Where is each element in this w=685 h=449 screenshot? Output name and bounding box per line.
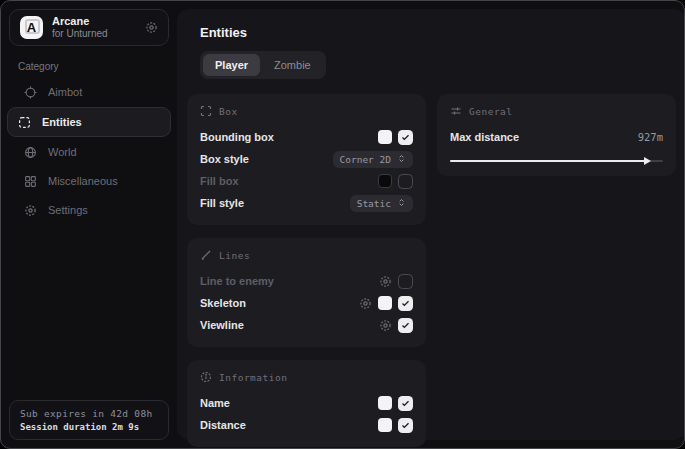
app-logo: A [20, 16, 43, 39]
app-subtitle: for Unturned [52, 28, 136, 40]
section-title: Box [219, 106, 238, 117]
checkbox-checked[interactable] [398, 418, 413, 433]
color-swatch[interactable] [378, 296, 392, 310]
slider-fill [450, 160, 647, 162]
sidebar-item-miscellaneous[interactable]: Miscellaneous [7, 167, 171, 195]
slider-thumb[interactable] [644, 157, 651, 165]
setting-label: Bounding box [200, 131, 274, 143]
checkbox-checked[interactable] [398, 396, 413, 411]
setting-label: Box style [200, 153, 249, 165]
checkbox-unchecked[interactable] [398, 174, 413, 189]
selected-option: Corner 2D [340, 154, 391, 165]
color-swatch[interactable] [378, 418, 392, 432]
section-title: Lines [219, 250, 250, 261]
crosshair-icon [24, 86, 38, 99]
sidebar: A Arcane for Unturned Category Aimbo [1, 1, 177, 448]
left-column: Box Bounding box Box style [187, 94, 426, 447]
setting-label: Fill style [200, 197, 244, 209]
setting-row-viewline: Viewline [200, 314, 413, 336]
checkbox-checked[interactable] [398, 318, 413, 333]
color-swatch[interactable] [378, 396, 392, 410]
setting-row-distance: Distance [200, 414, 413, 436]
right-column: General Max distance 927m [437, 94, 676, 447]
box-style-select[interactable]: Corner 2D [333, 151, 413, 168]
setting-label: Viewline [200, 319, 244, 331]
chevrons-up-down-icon [397, 154, 406, 165]
information-card: Information Name Distance [187, 360, 426, 447]
sub-expiry-text: Sub expires in 42d 08h [20, 408, 158, 419]
sidebar-item-aimbot[interactable]: Aimbot [7, 78, 171, 106]
info-icon [200, 371, 212, 383]
session-duration-text: Session duration 2m 9s [20, 422, 158, 432]
grid-icon [24, 175, 38, 188]
sidebar-item-label: Settings [48, 204, 88, 216]
gear-icon[interactable] [379, 275, 392, 288]
sidebar-item-label: World [48, 146, 77, 158]
lines-card: Lines Line to enemy Skeleton [187, 238, 426, 347]
tab-zombie[interactable]: Zombie [262, 54, 323, 76]
checkbox-checked[interactable] [398, 130, 413, 145]
box-select-icon [18, 116, 32, 129]
setting-label: Max distance [450, 131, 519, 143]
page-title: Entities [200, 25, 676, 40]
setting-row-skeleton: Skeleton [200, 292, 413, 314]
setting-label: Line to enemy [200, 275, 274, 287]
sidebar-nav: Aimbot Entities World [1, 78, 177, 225]
sidebar-item-label: Aimbot [48, 86, 82, 98]
sidebar-item-entities[interactable]: Entities [7, 107, 171, 137]
color-swatch[interactable] [378, 174, 392, 188]
gear-icon[interactable] [359, 297, 372, 310]
general-card: General Max distance 927m [437, 94, 676, 176]
setting-row-line-to-enemy: Line to enemy [200, 270, 413, 292]
slider-track[interactable] [450, 160, 663, 162]
selected-option: Static [357, 198, 391, 209]
pencil-line-icon [200, 249, 212, 261]
max-distance-value: 927m [638, 131, 663, 143]
setting-label: Fill box [200, 175, 239, 187]
gear-icon[interactable] [379, 319, 392, 332]
gear-icon [24, 204, 38, 217]
chevrons-up-down-icon [397, 198, 406, 209]
main-panel: Entities Player Zombie Box [177, 9, 685, 440]
setting-label: Name [200, 397, 230, 409]
subscription-info-card: Sub expires in 42d 08h Session duration … [9, 400, 169, 440]
scan-corners-icon [200, 105, 212, 117]
checkbox-checked[interactable] [398, 296, 413, 311]
sidebar-item-settings[interactable]: Settings [7, 196, 171, 224]
gear-icon[interactable] [145, 21, 158, 34]
fill-style-select[interactable]: Static [350, 195, 413, 212]
checkbox-unchecked[interactable] [398, 274, 413, 289]
brand-card: A Arcane for Unturned [9, 9, 169, 46]
sidebar-item-label: Miscellaneous [48, 175, 118, 187]
logo-letter: A [27, 20, 36, 35]
color-swatch[interactable] [378, 130, 392, 144]
arcane-window: A Arcane for Unturned Category Aimbo [0, 0, 685, 449]
sliders-icon [450, 105, 462, 117]
setting-label: Skeleton [200, 297, 246, 309]
setting-label: Distance [200, 419, 246, 431]
box-card: Box Bounding box Box style [187, 94, 426, 225]
setting-row-name: Name [200, 392, 413, 414]
setting-row-box-style: Box style Corner 2D [200, 148, 413, 170]
max-distance-slider[interactable] [450, 157, 663, 165]
setting-row-bounding-box: Bounding box [200, 126, 413, 148]
globe-icon [24, 146, 38, 159]
setting-row-max-distance: Max distance 927m [450, 126, 663, 148]
section-title: Information [219, 372, 287, 383]
setting-row-fill-style: Fill style Static [200, 192, 413, 214]
entity-tabs: Player Zombie [200, 51, 326, 79]
sidebar-item-label: Entities [42, 116, 82, 128]
sidebar-item-world[interactable]: World [7, 138, 171, 166]
section-title: General [469, 106, 513, 117]
category-label: Category [18, 61, 177, 72]
setting-row-fill-box: Fill box [200, 170, 413, 192]
tab-player[interactable]: Player [203, 54, 260, 76]
app-title: Arcane [52, 15, 136, 28]
